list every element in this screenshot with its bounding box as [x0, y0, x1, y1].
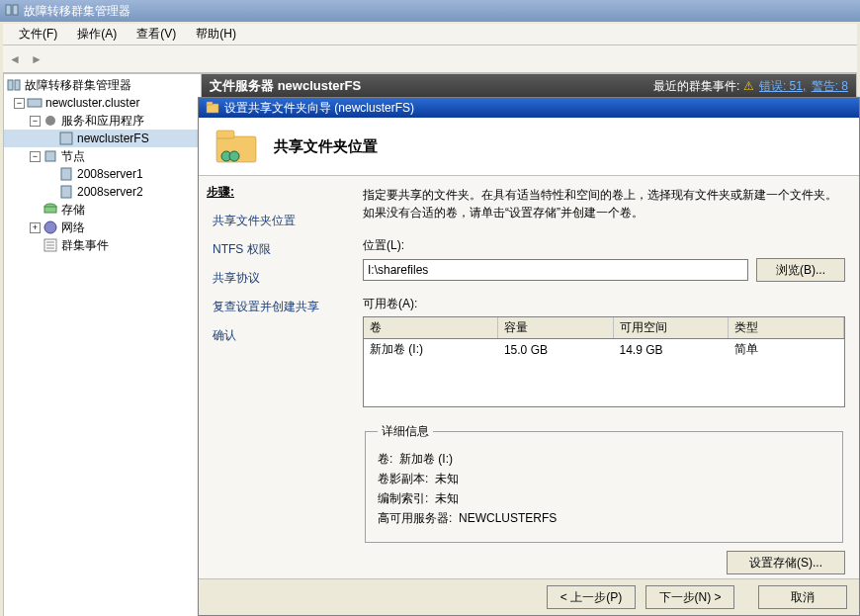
step-protocol[interactable]: 共享协议 [207, 264, 357, 293]
table-row[interactable]: 新加卷 (I:) 15.0 GB 14.9 GB 简单 [364, 339, 844, 361]
col-volume[interactable]: 卷 [364, 317, 498, 339]
tree-fs-instance[interactable]: newclusterFS [4, 130, 201, 147]
menubar: 文件(F) 操作(A) 查看(V) 帮助(H) [3, 24, 857, 45]
svg-rect-8 [61, 168, 71, 180]
svg-rect-20 [216, 131, 234, 138]
right-header: 文件服务器 newclusterFS 最近的群集事件: ⚠ 错误: 51, 警告… [202, 74, 856, 98]
right-title-name: newclusterFS [278, 78, 362, 93]
tree-node1-label: 2008server1 [77, 167, 143, 181]
menu-file[interactable]: 文件(F) [9, 24, 67, 44]
step-ntfs[interactable]: NTFS 权限 [207, 235, 357, 264]
errors-link[interactable]: 错误: 51, [759, 79, 806, 93]
col-capacity[interactable]: 容量 [498, 317, 614, 339]
events-label: 最近的群集事件: [653, 79, 739, 93]
location-input[interactable] [363, 259, 748, 281]
tree-cluster[interactable]: − newcluster.cluster [4, 94, 201, 112]
tree-events[interactable]: 群集事件 [4, 236, 201, 254]
tree-storage[interactable]: 存储 [4, 201, 201, 219]
cell-free: 14.9 GB [613, 339, 729, 361]
tree-nodes-label: 节点 [61, 148, 85, 165]
wizard-heading: 共享文件夹位置 [274, 137, 378, 156]
svg-rect-18 [207, 102, 213, 105]
folder-share-icon [213, 127, 260, 166]
tree-events-label: 群集事件 [61, 237, 109, 254]
svg-rect-11 [44, 207, 56, 213]
cell-type: 简单 [729, 339, 844, 361]
network-icon [43, 220, 58, 235]
tree-services-label: 服务和应用程序 [61, 113, 144, 130]
back-button[interactable]: < 上一步(P) [547, 585, 636, 609]
svg-point-12 [44, 221, 56, 233]
detail-volume-value: 新加卷 (I:) [399, 452, 453, 466]
detail-shadow-label: 卷影副本: [378, 472, 428, 485]
events-icon [43, 237, 58, 253]
app-icon [4, 2, 20, 21]
menu-action[interactable]: 操作(A) [67, 24, 127, 44]
volumes-label: 可用卷(A): [363, 296, 845, 312]
app-titlebar: 故障转移群集管理器 [0, 0, 860, 22]
cancel-button[interactable]: 取消 [758, 585, 847, 609]
tree-services[interactable]: − 服务和应用程序 [4, 112, 201, 130]
svg-rect-1 [13, 5, 18, 15]
tree-fs-label: newclusterFS [77, 132, 149, 145]
tree-node1[interactable]: 2008server1 [4, 165, 201, 183]
nav-fwd-icon[interactable]: ► [31, 52, 43, 66]
toolbar: ◄ ► [3, 45, 857, 73]
content-pane: 指定要共享的文件夹。在具有适当特性和空间的卷上，选择现有文件夹或新建一个文件夹。… [357, 176, 859, 578]
location-label: 位置(L): [363, 237, 845, 254]
wizard-header: 共享文件夹位置 [199, 118, 859, 176]
volumes-table[interactable]: 卷 容量 可用空间 类型 新加卷 (I:) 15.0 GB 14.9 GB 简单 [363, 316, 845, 407]
detail-index-label: 编制索引: [378, 491, 428, 505]
cluster-mgr-icon [6, 77, 22, 93]
right-title-prefix: 文件服务器 [210, 78, 274, 93]
svg-rect-0 [6, 5, 11, 15]
wizard-icon [205, 100, 220, 116]
tree-cluster-label: newcluster.cluster [45, 96, 139, 110]
set-storage-button[interactable]: 设置存储(S)... [727, 551, 845, 574]
svg-rect-4 [28, 99, 42, 107]
svg-point-5 [45, 116, 55, 126]
svg-rect-9 [61, 186, 71, 198]
tree-root[interactable]: 故障转移群集管理器 [4, 76, 201, 94]
detail-ha-value: NEWCLUSTERFS [459, 511, 557, 525]
steps-title: 步骤: [207, 184, 357, 201]
toggle-icon[interactable]: − [14, 98, 25, 109]
next-button[interactable]: 下一步(N) > [645, 585, 734, 609]
wizard-dialog: 设置共享文件夹向导 (newclusterFS) 共享文件夹位置 步骤: 共享文… [198, 97, 860, 616]
right-title: 文件服务器 newclusterFS [210, 77, 361, 95]
detail-volume: 卷: 新加卷 (I:) [378, 451, 830, 468]
detail-shadow: 卷影副本: 未知 [378, 471, 830, 487]
step-location[interactable]: 共享文件夹位置 [207, 207, 357, 235]
detail-index: 编制索引: 未知 [378, 490, 830, 507]
svg-rect-17 [207, 104, 218, 113]
tree-root-label: 故障转移群集管理器 [25, 77, 131, 94]
col-type[interactable]: 类型 [729, 317, 844, 339]
tree-pane: 故障转移群集管理器 − newcluster.cluster − 服务和应用程序… [4, 74, 202, 616]
menu-view[interactable]: 查看(V) [127, 24, 186, 44]
warning-icon: ⚠ [743, 79, 754, 93]
details-legend: 详细信息 [378, 423, 433, 440]
detail-shadow-value: 未知 [435, 472, 459, 485]
wizard-title: 设置共享文件夹向导 (newclusterFS) [224, 100, 414, 117]
menu-help[interactable]: 帮助(H) [186, 24, 246, 44]
nav-back-icon[interactable]: ◄ [9, 52, 21, 66]
tree-network[interactable]: + 网络 [4, 219, 201, 236]
server-icon [58, 166, 74, 182]
browse-button[interactable]: 浏览(B)... [756, 258, 845, 282]
tree-node2[interactable]: 2008server2 [4, 183, 201, 201]
toggle-icon[interactable]: − [30, 151, 41, 162]
step-confirm[interactable]: 确认 [207, 321, 357, 350]
toggle-icon[interactable]: + [30, 222, 41, 233]
tree-network-label: 网络 [61, 220, 85, 236]
tree-storage-label: 存储 [61, 202, 85, 219]
warnings-link[interactable]: 警告: 8 [812, 79, 848, 93]
col-free[interactable]: 可用空间 [613, 317, 729, 339]
step-review[interactable]: 复查设置并创建共享 [207, 293, 357, 321]
detail-ha: 高可用服务器: NEWCLUSTERFS [378, 510, 830, 527]
cluster-icon [27, 95, 43, 111]
toggle-icon[interactable]: − [30, 116, 41, 127]
detail-volume-label: 卷: [378, 452, 392, 466]
svg-point-22 [229, 151, 239, 161]
tree-nodes[interactable]: − 节点 [4, 147, 201, 165]
recent-events: 最近的群集事件: ⚠ 错误: 51, 警告: 8 [653, 78, 848, 95]
